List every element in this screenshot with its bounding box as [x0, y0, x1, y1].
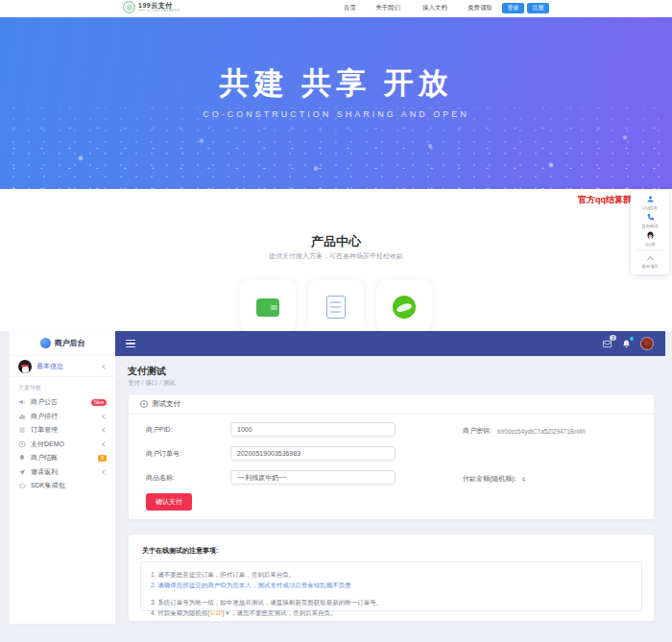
brand-logo[interactable]: 199云支付 199 CLOUD PAYMENT: [123, 1, 184, 13]
bell-icon: [18, 454, 26, 462]
count-badge: 6: [98, 455, 107, 462]
back-to-top-label: 返回顶部: [642, 263, 659, 268]
admin-topbar: 3: [115, 331, 665, 356]
chevron-up-icon: [646, 255, 653, 262]
form-row-amount: 付款金额(随机额): 4: [463, 474, 525, 484]
wallet-icon: [256, 298, 279, 317]
goods-input[interactable]: [230, 470, 396, 485]
products-subtitle: 提供支付接入方案，可在各种场景中轻松收款: [0, 251, 672, 261]
note-line-1: 1. 请不要恶意提交订单，拒付订单，否则后果自负。: [151, 569, 632, 580]
qq-group-item[interactable]: QQ群: [631, 229, 669, 248]
pid-label: 商户PID:: [146, 425, 230, 435]
sidebar-item-announcements[interactable]: 商户公告 New: [10, 395, 115, 410]
phone-consult-item[interactable]: 咨询电话: [631, 211, 669, 229]
nav-link-free[interactable]: 免费领取: [468, 4, 492, 12]
sidebar-user-label: 基本信息: [36, 362, 98, 371]
key-label: 商户密钥:: [463, 426, 492, 436]
nav-link-docs[interactable]: 接入文档: [422, 4, 447, 12]
order-label: 商户订单号:: [146, 449, 230, 459]
product-cards-row: [0, 279, 672, 335]
note-line-3: 3. 系统订单号为唯一值，如中途放弃测试，请直接刷新页面获取最新的唯一订单号。: [151, 597, 632, 607]
topbar-avatar[interactable]: [640, 337, 654, 350]
cloud-download-icon: [18, 482, 26, 489]
breadcrumb: 支付 / 接口 / 测试: [128, 379, 176, 388]
amount-label: 付款金额(随机额):: [463, 474, 516, 484]
messages-button[interactable]: 3: [602, 339, 612, 349]
megaphone-icon: [18, 398, 26, 406]
sidebar-item-invite-rebate[interactable]: 邀请返利: [10, 465, 115, 480]
notes-title: 关于在线测试的注意事项:: [142, 546, 218, 556]
nav-link-about[interactable]: 关于我们: [375, 4, 400, 12]
product-card-wallet[interactable]: [240, 279, 296, 335]
landing-navbar: 199云支付 199 CLOUD PAYMENT 首页 关于我们 接入文档 免费…: [0, 0, 672, 17]
login-button[interactable]: 登录: [502, 3, 524, 13]
main-content: 支付测试 支付 / 接口 / 测试 测试支付 商户PID: 商户密钥: b90d…: [115, 356, 665, 642]
chevron-left-icon: [102, 364, 108, 369]
sidebar-item-orders[interactable]: 订单管理: [10, 423, 115, 438]
back-to-top-item[interactable]: 返回顶部: [631, 252, 669, 271]
test-payment-card: 测试支付 商户PID: 商户密钥: b90dcc64ydtC7a5Zl29471…: [128, 393, 655, 520]
user-avatar: [18, 360, 32, 373]
notification-dot: [630, 337, 634, 341]
svg-text:B: B: [21, 442, 24, 446]
amount-range-highlight: 1-10: [209, 609, 222, 616]
nav-link-home[interactable]: 首页: [344, 4, 356, 12]
chevron-left-icon: [102, 441, 108, 447]
chevron-left-icon: [102, 414, 108, 419]
bar-chart-icon: [18, 413, 26, 420]
document-icon: [326, 296, 346, 319]
products-title: 产品中心: [0, 233, 672, 250]
screen: 199云支付 199 CLOUD PAYMENT 首页 关于我们 接入文档 免费…: [0, 0, 672, 642]
notes-box: 1. 请不要恶意提交订单，拒付订单，否则后果自负。 2. 请确保您所提交的商户I…: [140, 561, 642, 611]
order-input[interactable]: [230, 446, 396, 461]
hero-banner: 共建 共享 开放 CO-CONSTRUCTION SHARING AND OPE…: [0, 17, 672, 189]
coin-icon: [393, 296, 416, 319]
product-card-document[interactable]: [308, 279, 364, 335]
notifications-button[interactable]: [621, 339, 632, 349]
demo-icon: B: [18, 440, 26, 448]
phone-icon: [646, 213, 655, 222]
hero-subtitle: CO-CONSTRUCTION SHARING AND OPEN: [0, 109, 672, 119]
qq-consult-item[interactable]: QQ咨询: [631, 193, 669, 211]
form-row-order: 商户订单号:: [146, 446, 396, 461]
note-line-4: 4. 付款金额为随机值(1-10)￥，请您不要恶意测试，否则后果自负。: [151, 607, 632, 618]
paper-plane-icon: [18, 468, 26, 476]
brand-subtitle: 199 CLOUD PAYMENT: [138, 9, 180, 12]
pid-input[interactable]: [230, 422, 396, 437]
brand-logo-icon: [123, 1, 135, 13]
card-header: 测试支付: [129, 394, 654, 415]
merchant-admin-panel: 商户后台 基本信息 主要导航 商户公告 New 商户排行 订单管理: [0, 331, 672, 642]
goods-label: 商品名称:: [146, 473, 230, 483]
sidebar-item-pay-demo[interactable]: B 支付DEMO: [10, 438, 115, 452]
official-qq-notice: 官方qq结算群: [578, 194, 632, 206]
sidebar-item-ranking[interactable]: 商户排行: [10, 410, 115, 424]
qq-consult-label: QQ咨询: [642, 204, 657, 209]
tag-icon: [140, 400, 148, 408]
phone-consult-label: 咨询电话: [642, 223, 659, 227]
form-row-key: 商户密钥: b90dcc64ydtC7a5Zl29471BnWt: [463, 426, 586, 436]
widget-divider: [636, 250, 664, 250]
form-row-goods: 商品名称:: [146, 470, 396, 485]
hamburger-menu-icon[interactable]: [126, 340, 135, 347]
sidebar-brand-icon: [40, 338, 51, 348]
sidebar-brand[interactable]: 商户后台: [10, 331, 115, 356]
list-icon: [18, 426, 26, 434]
register-button[interactable]: 注册: [527, 3, 549, 13]
confirm-pay-button[interactable]: 确认支付: [146, 493, 192, 511]
qq-group-label: QQ群: [645, 241, 656, 246]
chevron-left-icon: [102, 469, 108, 475]
sidebar-brand-name: 商户后台: [55, 338, 85, 348]
notes-card: 关于在线测试的注意事项: 1. 请不要恶意提交订单，拒付订单，否则后果自负。 2…: [128, 534, 655, 622]
sidebar-item-basic-info[interactable]: 基本信息: [10, 356, 115, 377]
qq-penguin-icon: [646, 231, 655, 240]
sidebar: 商户后台 基本信息 主要导航 商户公告 New 商户排行 订单管理: [10, 331, 115, 624]
form-row-pid: 商户PID:: [146, 422, 396, 437]
new-badge: New: [91, 399, 107, 406]
person-icon: [646, 195, 655, 203]
product-card-coin[interactable]: [376, 279, 432, 335]
sidebar-item-settlement[interactable]: 商户结账 6: [10, 451, 115, 465]
amount-value: 4: [522, 476, 526, 483]
hero-title: 共建 共享 开放: [0, 63, 672, 104]
sidebar-item-sdk[interactable]: SDK集成包: [10, 479, 115, 493]
key-value: b90dcc64ydtC7a5Zl29471BnWt: [497, 428, 586, 435]
